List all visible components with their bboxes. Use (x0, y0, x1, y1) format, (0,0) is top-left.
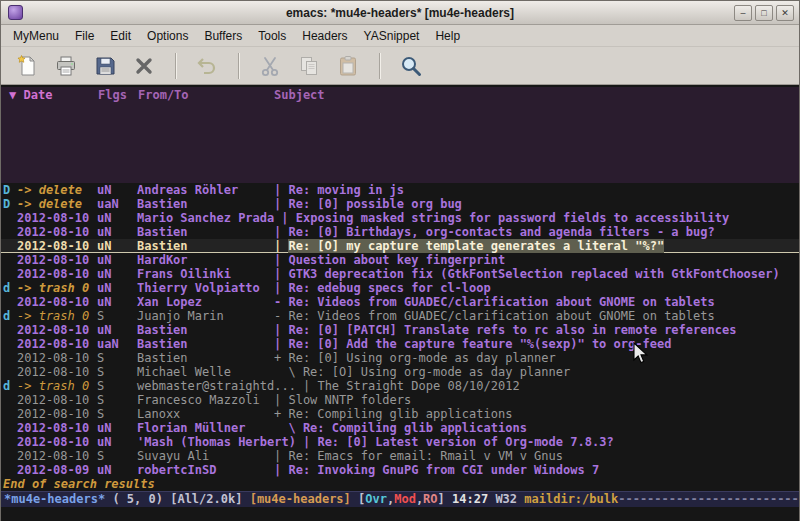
message-subject: | Exposing masked strings for password f… (281, 211, 799, 225)
mark-indicator (1, 365, 17, 379)
menu-buffers[interactable]: Buffers (196, 26, 250, 46)
print-button[interactable] (48, 50, 84, 82)
mark-indicator (1, 323, 17, 337)
message-flags: uN (97, 281, 137, 295)
save-button[interactable] (87, 50, 123, 82)
message-row[interactable]: 2012-08-10uaNBastien| Re: [0] Add the ca… (1, 337, 799, 351)
message-row[interactable]: d-> trash 0Swebmaster@straightd...| The … (1, 379, 799, 393)
message-row[interactable]: d-> trash 0SJuanjo Marin- Re: Videos fro… (1, 309, 799, 323)
message-row[interactable]: d-> trash 0uNThierry Volpiatto| Re: edeb… (1, 281, 799, 295)
end-of-results: End of search results (1, 477, 799, 491)
message-date: 2012-08-09 (17, 463, 97, 477)
menu-mymenu[interactable]: MyMenu (5, 26, 67, 46)
title-bar[interactable]: emacs: *mu4e-headers* [mu4e-headers] – □… (1, 1, 799, 25)
message-row[interactable]: 2012-08-10uNHardKor| Question about key … (1, 253, 799, 267)
message-row[interactable]: 2012-08-10SSuvayu Ali| Re: Emacs for ema… (1, 449, 799, 463)
column-header-from[interactable]: From/To (138, 87, 189, 103)
modeline-plain: W32 (495, 492, 524, 506)
mark-action: -> delete (17, 197, 97, 211)
mark-indicator: d (1, 379, 17, 393)
message-row[interactable]: 2012-08-09uNrobertcInSD| Re: Invoking Gn… (1, 463, 799, 477)
message-subject: | The Straight Dope 08/10/2012 (303, 379, 799, 393)
message-from: Bastien (137, 239, 274, 253)
message-flags: S (97, 365, 137, 379)
mark-indicator (1, 435, 17, 449)
modeline-buffer: *mu4e-headers* (4, 492, 105, 506)
menu-tools[interactable]: Tools (250, 26, 294, 46)
menu-file[interactable]: File (67, 26, 102, 46)
message-row[interactable]: 2012-08-10uNXan Lopez- Re: Videos from G… (1, 295, 799, 309)
message-from: Suvayu Ali (137, 449, 274, 463)
menu-headers[interactable]: Headers (294, 26, 355, 46)
paste-icon (336, 54, 360, 78)
message-flags: uN (97, 211, 137, 225)
mark-indicator (1, 351, 17, 365)
message-flags: uN (97, 463, 137, 477)
message-subject: | Re: Emacs for email: Rmail v VM v Gnus (274, 449, 799, 463)
message-row[interactable]: 2012-08-10SMichael Welle \ Re: [O] Using… (1, 365, 799, 379)
message-flags: uN (97, 253, 137, 267)
message-row[interactable]: 2012-08-10SLanoxx+ Re: Compiling glib ap… (1, 407, 799, 421)
message-row[interactable]: 2012-08-10uNBastien| Re: [0] Birthdays, … (1, 225, 799, 239)
message-from: Xan Lopez (137, 295, 274, 309)
message-flags: uN (97, 435, 137, 449)
modeline-plain: [ (351, 492, 365, 506)
message-from: webmaster@straightd... (137, 379, 303, 393)
close-button[interactable]: ✕ (776, 5, 794, 21)
message-date: 2012-08-10 (17, 211, 97, 225)
message-from: robertcInSD (137, 463, 274, 477)
message-flags: uN (97, 183, 137, 197)
message-row[interactable]: 2012-08-10uNFrans Oilinki| GTK3 deprecat… (1, 267, 799, 281)
message-flags: uN (97, 295, 137, 309)
new-file-button[interactable] (9, 50, 45, 82)
message-row[interactable]: D-> deleteuaNBastien| Re: [0] possible o… (1, 197, 799, 211)
message-flags: S (97, 407, 137, 421)
message-flags: S (97, 309, 137, 323)
message-subject: | GTK3 deprecation fix (GtkFontSelection… (274, 267, 799, 281)
message-row[interactable]: 2012-08-10SBastien+ Re: [0] Using org-mo… (1, 351, 799, 365)
window-title: emacs: *mu4e-headers* [mu4e-headers] (1, 6, 799, 20)
message-subject: | Re: [O] my capture template generates … (274, 239, 799, 253)
message-date: 2012-08-10 (17, 323, 97, 337)
maximize-button[interactable]: □ (755, 5, 773, 21)
message-date: 2012-08-10 (17, 337, 97, 351)
menu-help[interactable]: Help (427, 26, 468, 46)
message-subject: | Re: [0] Birthdays, org-contacts and ag… (274, 225, 799, 239)
modeline-mode: [mu4e-headers] (250, 492, 351, 506)
column-header-date[interactable]: ▼ Date (9, 87, 52, 103)
message-from: Francesco Mazzoli (137, 393, 274, 407)
search-icon (399, 54, 423, 78)
cut-button (252, 50, 288, 82)
message-row[interactable]: D-> deleteuNAndreas Röhler| Re: moving i… (1, 183, 799, 197)
message-row[interactable]: 2012-08-10uNBastien| Re: [O] my capture … (1, 239, 799, 253)
minimize-button[interactable]: – (734, 5, 752, 21)
mark-indicator (1, 267, 17, 281)
message-from: Thierry Volpiatto (137, 281, 274, 295)
message-row[interactable]: 2012-08-10uNFlorian Müllner \ Re: Compil… (1, 421, 799, 435)
message-subject: | Re: [0] possible org bug (274, 197, 799, 211)
message-subject: | Re: [0] Add the capture feature "%(sex… (274, 337, 799, 351)
new-file-icon (15, 54, 39, 78)
modeline-mod: Mod (394, 492, 416, 506)
message-row[interactable]: 2012-08-10uNMario Sanchez Prada| Exposin… (1, 211, 799, 225)
message-from: Bastien (137, 351, 274, 365)
message-row[interactable]: 2012-08-10SFrancesco Mazzoli| Slow NNTP … (1, 393, 799, 407)
message-flags: uaN (97, 337, 137, 351)
message-row[interactable]: 2012-08-10uNBastien| Re: [0] [PATCH] Tra… (1, 323, 799, 337)
menu-yasnippet[interactable]: YASnippet (356, 26, 428, 46)
mark-indicator (1, 421, 17, 435)
menu-options[interactable]: Options (139, 26, 196, 46)
close-buffer-button[interactable] (126, 50, 162, 82)
search-button[interactable] (393, 50, 429, 82)
message-from: HardKor (137, 253, 274, 267)
message-date: 2012-08-10 (17, 435, 97, 449)
message-row[interactable]: 2012-08-10uN'Mash (Thomas Herbert)| Re: … (1, 435, 799, 449)
menu-edit[interactable]: Edit (102, 26, 139, 46)
close-buffer-icon (132, 54, 156, 78)
column-header-flags[interactable]: Flgs (98, 87, 127, 103)
column-header-subject[interactable]: Subject (274, 87, 325, 103)
copy-button (291, 50, 327, 82)
message-subject: | Re: moving in js (274, 183, 799, 197)
undo-button (189, 50, 225, 82)
mark-indicator (1, 253, 17, 267)
